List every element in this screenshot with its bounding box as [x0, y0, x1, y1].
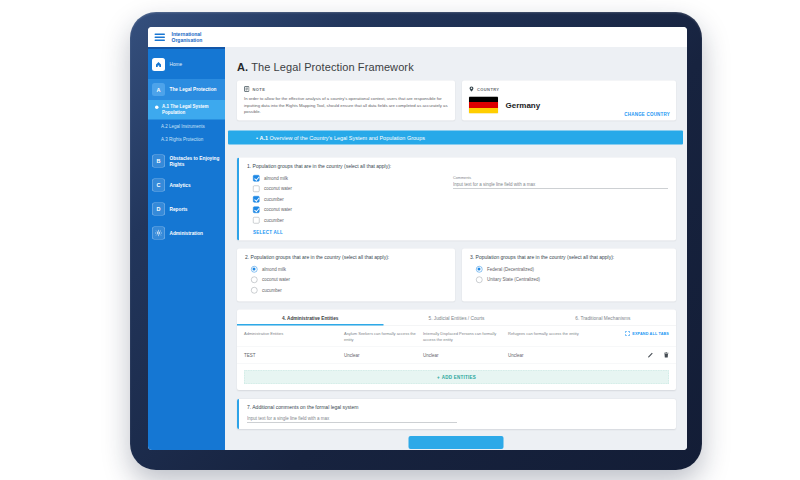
radio[interactable] — [476, 266, 483, 273]
edit-icon[interactable] — [648, 352, 654, 358]
checkbox-option[interactable]: cucumber — [247, 215, 453, 226]
question-3-card: 3. Population groups that are in the cou… — [462, 248, 676, 301]
app-screen: International Organisation Home A — [148, 27, 687, 450]
tab-judicial-entities[interactable]: 5. Judicial Entities / Courts — [383, 309, 529, 325]
column-header: Administrative Entities — [244, 331, 344, 337]
sidebar-section-b[interactable]: B Obstacles to Enjoying Rights — [148, 152, 225, 171]
radio-option[interactable]: Unitary State (Centralized) — [470, 274, 668, 285]
radio[interactable] — [251, 276, 258, 283]
page-title-prefix: A. — [237, 61, 248, 74]
expand-icon — [625, 331, 630, 336]
tab-traditional-mechanisms[interactable]: 6. Traditional Mechanisms — [530, 309, 676, 325]
sidebar-section-d[interactable]: D Reports — [148, 200, 225, 219]
checkbox[interactable] — [253, 185, 260, 192]
germany-flag — [469, 97, 498, 114]
question-2-label: 2. Population groups that are in the cou… — [245, 254, 447, 260]
sidebar-item-home[interactable]: Home — [148, 55, 225, 74]
tab-administrative-entities[interactable]: 4. Administrative Entities — [237, 309, 383, 325]
location-pin-icon — [469, 86, 474, 92]
sidebar-section-label: Obstacles to Enjoying Rights — [170, 155, 222, 167]
radio-option[interactable]: coconut water — [245, 274, 447, 285]
radio-option[interactable]: cucumber — [245, 285, 447, 296]
sidebar-item-a1[interactable]: A.1 The Legal System Population — [148, 100, 225, 119]
radio-option[interactable]: almond milk — [245, 264, 447, 275]
questions-2-3-row: 2. Population groups that are in the cou… — [237, 248, 676, 301]
note-icon — [244, 86, 250, 92]
add-entities-button[interactable]: +ADD ENTITIES — [244, 370, 669, 384]
sidebar-section-label: Reports — [170, 206, 188, 212]
sidebar-section-a[interactable]: A The Legal Protection — [148, 79, 225, 100]
checkbox-label: coconut water — [264, 186, 292, 191]
checkbox-label: almond milk — [264, 176, 288, 181]
page-background: International Organisation Home A — [0, 0, 800, 480]
radio[interactable] — [251, 287, 258, 294]
checkbox[interactable] — [253, 206, 260, 213]
radio-label: coconut water — [262, 277, 290, 282]
sidebar: Home A The Legal Protection A.1 The Lega… — [148, 49, 225, 450]
radio-label: Federal (Decentralized) — [487, 267, 534, 272]
sidebar-section-administration[interactable]: Administration — [148, 224, 225, 243]
radio-label: almond milk — [262, 267, 286, 272]
add-entities-label: ADD ENTITIES — [442, 374, 476, 379]
section-b-badge: B — [152, 155, 165, 168]
question-3-label: 3. Population groups that are in the cou… — [470, 254, 668, 260]
tablet-frame: International Organisation Home A — [130, 12, 702, 470]
note-label: NOTE — [253, 87, 266, 92]
sidebar-item-a2[interactable]: A.2 Legal Instruments — [148, 119, 225, 133]
menu-icon[interactable] — [155, 33, 166, 41]
primary-action-button[interactable] — [409, 436, 504, 449]
question-7-card: 7. Additional comments on the formal leg… — [237, 399, 676, 429]
change-country-link[interactable]: CHANGE COUNTRY — [624, 111, 670, 116]
checkbox[interactable] — [253, 196, 260, 203]
radio-option[interactable]: Federal (Decentralized) — [470, 264, 668, 275]
sidebar-section-label: Analytics — [170, 182, 191, 188]
checkbox-option[interactable]: almond milk — [247, 173, 453, 184]
app-viewport: International Organisation Home A — [148, 27, 687, 450]
select-all-link[interactable]: SELECT ALL — [253, 229, 453, 234]
question-1-options: almond milk coconut water cucumber — [247, 173, 453, 235]
column-header: Refugees can formally access the entity — [508, 331, 603, 337]
info-cards-row: NOTE In order to allow for the effective… — [237, 81, 676, 121]
sidebar-item-label: Home — [170, 62, 183, 68]
expand-all-link[interactable]: EXPAND ALL TABS — [625, 331, 669, 336]
sidebar-section-c[interactable]: C Analytics — [148, 176, 225, 195]
checkbox-option[interactable]: coconut water — [247, 183, 453, 194]
section-a1-header-bar[interactable]: • A.1 Overview of the Country's Legal Sy… — [228, 130, 683, 144]
table-header-row: Administrative Entities Asylum Seekers c… — [237, 326, 676, 346]
comments-input[interactable] — [453, 179, 668, 188]
note-card-header: NOTE — [244, 86, 448, 92]
section-bar-code: A.1 — [259, 134, 268, 140]
section-bar-title: Overview of the Country's Legal System a… — [270, 134, 425, 140]
sidebar-item-label: A.1 The Legal System Population — [162, 104, 221, 115]
top-bar: International Organisation — [148, 27, 687, 47]
checkbox[interactable] — [253, 217, 260, 224]
entities-tabs-card: 4. Administrative Entities 5. Judicial E… — [237, 309, 676, 390]
country-label: COUNTRY — [477, 87, 499, 92]
delete-icon[interactable] — [664, 352, 670, 358]
country-card: COUNTRY Germany CHANGE COUNTRY — [462, 81, 676, 121]
additional-comments-input[interactable] — [247, 414, 457, 423]
sidebar-section-label: The Legal Protection — [170, 87, 217, 93]
checkbox-option[interactable]: cucumber — [247, 194, 453, 205]
checkbox-option[interactable]: coconut water — [247, 204, 453, 215]
topbar-accent-line — [148, 47, 225, 49]
gear-icon — [152, 227, 165, 240]
main-content: A. The Legal Protection Framework NOTE — [225, 47, 687, 450]
section-d-badge: D — [152, 203, 165, 216]
org-logo-line2: Organisation — [172, 37, 203, 43]
sidebar-item-a3[interactable]: A.3 Rights Protection — [148, 133, 225, 147]
page-title: A. The Legal Protection Framework — [237, 61, 687, 74]
tab-bar: 4. Administrative Entities 5. Judicial E… — [237, 309, 676, 326]
note-card: NOTE In order to allow for the effective… — [237, 81, 455, 121]
sidebar-item-label: A.3 Rights Protection — [161, 137, 203, 143]
section-bar-bullet: • — [256, 134, 258, 140]
bullet-icon — [155, 106, 159, 110]
checkbox[interactable] — [253, 175, 260, 182]
radio[interactable] — [251, 266, 258, 273]
table-cell: Unclear — [344, 352, 423, 357]
question-1-card: 1. Population groups that are in the cou… — [237, 157, 676, 240]
radio[interactable] — [476, 276, 483, 283]
checkbox-label: cucumber — [264, 218, 284, 223]
section-c-badge: C — [152, 179, 165, 192]
table-row[interactable]: TEST Unclear Unclear Unclear — [237, 346, 676, 364]
